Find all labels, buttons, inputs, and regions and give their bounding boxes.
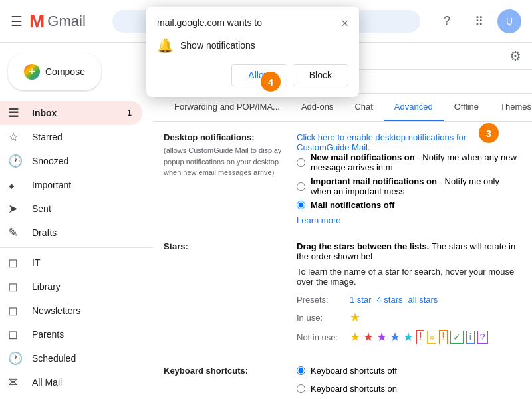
preset-4stars-link[interactable]: 4 stars (377, 295, 403, 305)
sidebar-item-it[interactable]: ◻ IT (0, 251, 142, 275)
sidebar-item-important[interactable]: ⬥ Important (0, 173, 142, 197)
it-icon: ◻ (8, 255, 24, 270)
double-arrow-icon[interactable]: » (427, 331, 436, 344)
info-blue-icon[interactable]: i (466, 331, 475, 344)
in-use-label: In use: (297, 313, 350, 323)
radio-newmail-input[interactable] (297, 158, 305, 167)
important-icon: ⬥ (8, 178, 24, 192)
exclaim-red-icon[interactable]: ! (416, 330, 424, 344)
step-badge-3: 3 (479, 123, 499, 143)
settings-gear-icon[interactable]: ⚙ (509, 48, 521, 64)
desktop-label: Desktop notifications: (allows CustomGui… (164, 132, 297, 225)
not-in-use-label: Not in use: (297, 332, 350, 342)
red-star-icon[interactable]: ★ (363, 330, 374, 344)
sidebar-item-newsletters[interactable]: ◻ Newsletters (0, 299, 142, 323)
dialog-title: mail.google.com wants to (157, 17, 262, 28)
check-green-icon[interactable]: ✓ (450, 331, 464, 344)
sent-icon: ➤ (8, 201, 24, 216)
menu-icon[interactable]: ☰ (11, 13, 23, 29)
tab-offline[interactable]: Offline (444, 94, 489, 121)
settings-tabs: Forwarding and POP/IMA... Add-ons Chat A… (153, 94, 532, 122)
tab-forwarding[interactable]: Forwarding and POP/IMA... (164, 94, 291, 121)
preset-1star-link[interactable]: 1 star (350, 295, 372, 305)
sidebar-item-snoozed[interactable]: 🕐 Snoozed (0, 149, 142, 173)
keyboard-options: Keyboard shortcuts off Keyboard shortcut… (297, 366, 521, 399)
exclaim-orange-icon[interactable]: ! (439, 330, 447, 344)
it-label: IT (32, 257, 132, 268)
library-icon: ◻ (8, 279, 24, 294)
sidebar-item-parents[interactable]: ◻ Parents (0, 323, 142, 346)
preset-allstars-link[interactable]: all stars (408, 295, 438, 305)
important-label: Important (32, 180, 132, 190)
compose-button[interactable]: + Compose (8, 53, 101, 90)
tab-chat[interactable]: Chat (344, 94, 383, 121)
radio-shortcuts-on-input[interactable] (297, 384, 305, 393)
gold-star-icon[interactable]: ★ (350, 310, 360, 325)
radio-mailoff-input[interactable] (297, 201, 305, 209)
tab-advanced[interactable]: Advanced (384, 94, 444, 121)
teal-star-icon[interactable]: ★ (403, 330, 414, 344)
radio-newmail: New mail notifications on - Notify me wh… (297, 152, 521, 172)
sidebar-item-scheduled[interactable]: 🕐 Scheduled (0, 346, 142, 370)
radio-importantmail-input[interactable] (297, 182, 305, 191)
not-in-use-stars: ★ ★ ★ ★ ★ ! » ! ✓ i ? (350, 330, 488, 344)
stars-row: Stars: Drag the stars between the lists.… (164, 241, 521, 350)
step-badge-4: 4 (261, 72, 281, 92)
inbox-label: Inbox (32, 108, 127, 118)
desktop-enable-link[interactable]: Click here to enable desktop notificatio… (297, 132, 466, 152)
sent-label: Sent (32, 203, 132, 214)
parents-icon: ◻ (8, 327, 24, 342)
keyboard-label: Keyboard shortcuts: (164, 366, 297, 399)
blue-star-icon[interactable]: ★ (390, 330, 400, 344)
sidebar-item-library[interactable]: ◻ Library (0, 275, 142, 299)
sidebar-item-more[interactable]: ▼ More (0, 394, 142, 399)
allmail-icon: ✉ (8, 375, 24, 390)
in-use-stars: ★ (350, 310, 360, 325)
dialog-close-button[interactable]: × (341, 17, 348, 29)
sidebar-item-sent[interactable]: ➤ Sent (0, 197, 142, 221)
purple-star-icon[interactable]: ★ (376, 330, 387, 344)
scheduled-label: Scheduled (32, 353, 132, 364)
star-links: 1 star 4 stars all stars (350, 295, 438, 305)
sidebar-item-drafts[interactable]: ✎ Drafts (0, 221, 142, 245)
help-button[interactable]: ? (434, 8, 460, 35)
radio-shortcuts-off-input[interactable] (297, 366, 305, 375)
presets-label: Presets: (297, 295, 350, 305)
gmail-logo: M Gmail (29, 11, 86, 32)
allmail-label: All Mail (32, 377, 132, 388)
bell-icon: 🔔 (157, 37, 174, 53)
keyboard-value: Keyboard shortcuts off Keyboard shortcut… (297, 366, 521, 399)
radio-mailoff: Mail notifications off (297, 200, 521, 210)
sidebar-item-starred[interactable]: ☆ Starred (0, 125, 142, 149)
notification-text: Show notifications (180, 40, 255, 51)
question-icon[interactable]: ? (477, 331, 488, 344)
starred-label: Starred (32, 132, 132, 142)
avatar[interactable]: U (497, 9, 521, 33)
stars-drag-text: Drag the stars between the lists. The st… (297, 241, 521, 261)
gmail-text: Gmail (47, 13, 85, 30)
radio-importantmail: Important mail notifications on - Notify… (297, 176, 521, 196)
snoozed-label: Snoozed (32, 156, 132, 166)
orange-star-icon[interactable]: ★ (350, 330, 360, 344)
desktop-learn-more-link[interactable]: Learn more (297, 215, 521, 225)
notification-dialog: mail.google.com wants to × 🔔 Show notifi… (146, 7, 359, 97)
starred-icon: ☆ (8, 130, 24, 144)
block-button[interactable]: Block (293, 64, 348, 86)
in-use-row: In use: ★ (297, 310, 521, 325)
parents-label: Parents (32, 329, 132, 340)
sidebar-item-inbox[interactable]: ☰ Inbox 1 (0, 101, 142, 125)
not-in-use-row: Not in use: ★ ★ ★ ★ ★ ! » ! ✓ i ? (297, 330, 521, 344)
sidebar: + Compose ☰ Inbox 1 ☆ Starred 🕐 Snoozed … (0, 43, 153, 399)
compose-section: + Compose (8, 53, 145, 90)
newsletters-label: Newsletters (32, 305, 132, 316)
compose-plus-icon: + (24, 64, 40, 80)
top-icons: ? ⠿ U (434, 8, 521, 35)
tab-themes[interactable]: Themes (489, 94, 532, 121)
tab-addons[interactable]: Add-ons (291, 94, 344, 121)
sidebar-item-allmail[interactable]: ✉ All Mail (0, 370, 142, 394)
inbox-icon: ☰ (8, 106, 24, 120)
desktop-notifications-row: Desktop notifications: (allows CustomGui… (164, 132, 521, 225)
sidebar-divider (0, 247, 153, 248)
dialog-buttons: Allow Block (157, 64, 348, 86)
apps-button[interactable]: ⠿ (466, 8, 492, 35)
